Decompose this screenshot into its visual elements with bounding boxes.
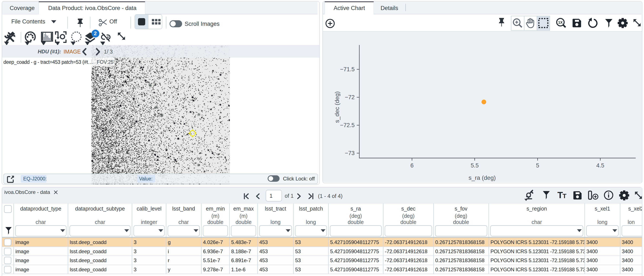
svg-text:s_dec (deg): s_dec (deg)	[334, 91, 340, 123]
svg-text:−72: −72	[345, 94, 355, 100]
svg-text:T: T	[562, 192, 566, 200]
svg-text:−72.5: −72.5	[340, 122, 355, 128]
svg-text:T: T	[558, 191, 563, 200]
svg-text:−71.5: −71.5	[340, 66, 355, 72]
svg-text:5.5: 5.5	[471, 162, 479, 169]
svg-text:4.5: 4.5	[596, 162, 604, 169]
svg-text:6: 6	[410, 162, 414, 169]
svg-text:−73: −73	[345, 150, 355, 156]
svg-text:1X: 1X	[558, 20, 563, 24]
svg-text:s_ra (deg): s_ra (deg)	[468, 174, 496, 181]
svg-text:5: 5	[536, 162, 539, 169]
